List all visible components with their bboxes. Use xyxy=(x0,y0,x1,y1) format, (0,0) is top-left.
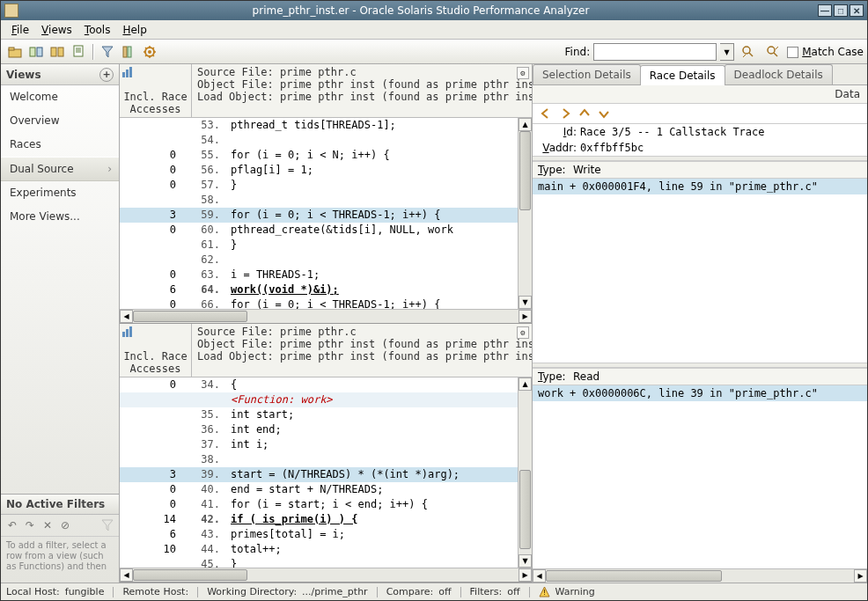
source-line[interactable]: 38. xyxy=(120,452,518,467)
horizontal-scrollbar[interactable]: ◀ ▶ xyxy=(533,568,867,583)
compare-icon[interactable] xyxy=(26,42,46,62)
library-view-icon[interactable] xyxy=(119,42,138,62)
match-case-checkbox[interactable] xyxy=(787,47,798,58)
aggregate-icon[interactable] xyxy=(48,42,67,62)
source-line[interactable]: 359. for (i = 0; i < THREADS-1; i++) { xyxy=(120,208,518,223)
source-line[interactable]: 37. int i; xyxy=(120,437,518,452)
next-race-icon[interactable] xyxy=(557,106,573,121)
sidebar-item-races[interactable]: Races xyxy=(1,133,119,157)
data-label: Data xyxy=(533,85,867,104)
source-line[interactable]: 1044. total++; xyxy=(120,542,518,557)
up-race-icon[interactable] xyxy=(577,106,592,121)
find-next-icon[interactable] xyxy=(763,42,783,62)
filter-icon[interactable] xyxy=(98,42,117,62)
source-line[interactable]: 063. i = THREADS-1; xyxy=(120,268,518,282)
minimize-button[interactable]: ― xyxy=(818,4,832,17)
metric-icon xyxy=(122,326,133,337)
menu-help[interactable]: Help xyxy=(117,22,151,38)
source-line[interactable]: 53. pthread_t tids[THREADS-1]; xyxy=(120,118,518,133)
source-code: for (i = 0; i < THREADS-1; i++) { xyxy=(225,297,518,309)
vertical-scrollbar[interactable]: ▲ ▼ xyxy=(518,118,532,309)
filter-removeall-icon[interactable]: ⊘ xyxy=(57,517,73,533)
line-number: 62. xyxy=(192,253,225,268)
source-options-icon[interactable]: ⚙ xyxy=(517,326,529,339)
access-count: 6 xyxy=(120,527,192,542)
source-line[interactable]: 041. for (i = start; i < end; i++) { xyxy=(120,497,518,512)
find-dropdown[interactable]: ▼ xyxy=(720,43,734,61)
source-line[interactable]: 35. int start; xyxy=(120,407,518,422)
menu-views[interactable]: Views xyxy=(36,22,77,38)
source-line[interactable]: 54. xyxy=(120,133,518,148)
open-experiment-icon[interactable] xyxy=(5,42,25,62)
source-code xyxy=(225,193,518,208)
column-header-accesses[interactable]: Incl. Race Accesses xyxy=(120,324,192,377)
source-pane-bottom: Incl. Race Accesses Source File: prime p… xyxy=(120,324,532,583)
source-code: pflag[i] = 1; xyxy=(225,163,518,178)
close-button[interactable]: ✕ xyxy=(850,4,864,17)
write-trace-row[interactable]: main + 0x000001F4, line 59 in "prime_pth… xyxy=(533,179,867,194)
sidebar-item-overview[interactable]: Overview xyxy=(1,109,119,133)
source-options-icon[interactable]: ⚙ xyxy=(517,67,529,79)
menu-tools[interactable]: Tools xyxy=(79,22,116,38)
source-line[interactable]: 060. pthread_create(&tids[i], NULL, work xyxy=(120,223,518,238)
source-listing-bottom[interactable]: 034. { <Function: work>35. int start;36.… xyxy=(120,377,518,568)
access-count xyxy=(120,407,192,422)
source-line[interactable]: 034. { xyxy=(120,377,518,392)
horizontal-scrollbar[interactable]: ◀ ▶ xyxy=(120,568,532,582)
vertical-scrollbar[interactable]: ▲ ▼ xyxy=(518,377,532,568)
source-pane-top: Incl. Race Accesses Source File: prime p… xyxy=(120,64,532,324)
down-race-icon[interactable] xyxy=(596,106,612,121)
source-line[interactable]: 057. } xyxy=(120,178,518,193)
filter-redo-icon[interactable]: ↷ xyxy=(22,517,38,533)
source-line[interactable]: 055. for (i = 0; i < N; i++) { xyxy=(120,148,518,163)
access-count: 0 xyxy=(120,377,192,392)
read-trace-row[interactable]: work + 0x0000006C, line 39 in "prime_pth… xyxy=(533,385,867,401)
export-icon[interactable] xyxy=(69,42,88,62)
svg-rect-13 xyxy=(122,72,125,77)
tab-race-details[interactable]: Race Details xyxy=(640,65,725,85)
sidebar-item-welcome[interactable]: Welcome xyxy=(1,85,119,109)
horizontal-scrollbar[interactable]: ◀ ▶ xyxy=(120,309,532,323)
line-number: 37. xyxy=(192,437,225,452)
access-count xyxy=(120,193,192,208)
type-value: Read xyxy=(573,370,600,383)
access-count: 0 xyxy=(120,482,192,497)
maximize-button[interactable]: □ xyxy=(834,4,848,17)
column-header-accesses[interactable]: Incl. Race Accesses xyxy=(120,64,192,117)
match-case-label[interactable]: Match Case xyxy=(802,46,864,58)
sidebar-item-dual-source[interactable]: Dual Source xyxy=(1,157,119,181)
source-line[interactable]: 45. } xyxy=(120,557,518,568)
source-line[interactable]: 36. int end; xyxy=(120,422,518,437)
source-line[interactable]: 62. xyxy=(120,253,518,268)
sidebar-item-more-views[interactable]: More Views... xyxy=(1,205,119,229)
details-tabs: Selection Details Race Details Deadlock … xyxy=(533,64,867,85)
source-code: int start; xyxy=(225,407,518,422)
tab-deadlock-details[interactable]: Deadlock Details xyxy=(725,64,833,84)
find-input[interactable] xyxy=(593,43,717,61)
menu-file[interactable]: File xyxy=(6,22,34,38)
source-line[interactable]: 664. work((void *)&i); xyxy=(120,282,518,297)
source-line[interactable]: 1442. if ( is_prime(i) ) { xyxy=(120,512,518,527)
add-view-button[interactable]: + xyxy=(99,68,114,82)
working-directory-value: .../prime_pthr xyxy=(302,586,368,597)
source-line[interactable]: 339. start = (N/THREADS) * (*(int *)arg)… xyxy=(120,467,518,482)
source-line[interactable]: <Function: work> xyxy=(120,392,518,407)
prev-race-icon[interactable] xyxy=(538,106,554,121)
filter-undo-icon[interactable]: ↶ xyxy=(4,517,20,533)
source-line[interactable]: 58. xyxy=(120,193,518,208)
filter-remove-icon[interactable]: ✕ xyxy=(40,517,55,533)
source-line[interactable]: 066. for (i = 0; i < THREADS-1; i++) { xyxy=(120,297,518,309)
filter-funnel-icon[interactable] xyxy=(99,517,115,533)
tab-selection-details[interactable]: Selection Details xyxy=(533,64,641,84)
source-line[interactable]: 643. primes[total] = i; xyxy=(120,527,518,542)
find-prev-icon[interactable] xyxy=(739,42,758,62)
source-line[interactable]: 056. pflag[i] = 1; xyxy=(120,163,518,178)
sidebar-item-experiments[interactable]: Experiments xyxy=(1,181,119,205)
access-count: 0 xyxy=(120,148,192,163)
source-line[interactable]: 040. end = start + N/THREADS; xyxy=(120,482,518,497)
source-line[interactable]: 61. } xyxy=(120,238,518,253)
source-listing-top[interactable]: 53. pthread_t tids[THREADS-1];54.055. fo… xyxy=(120,118,518,309)
settings-icon[interactable] xyxy=(140,42,159,62)
access-count: 0 xyxy=(120,268,192,282)
warning-label[interactable]: Warning xyxy=(555,586,595,597)
